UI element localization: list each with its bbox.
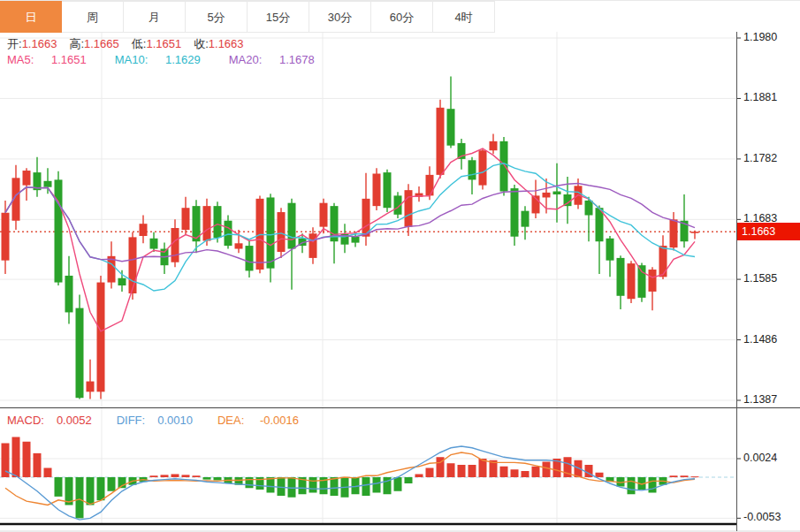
ma-legend: MA5: 1.1651MA10: 1.1629MA20: 1.1678 bbox=[7, 53, 343, 66]
tab-month[interactable]: 月 bbox=[124, 1, 186, 33]
tab-15min[interactable]: 15分 bbox=[248, 1, 309, 33]
ma10-legend: MA10: 1.1629 bbox=[115, 53, 215, 66]
high-label: 高: bbox=[69, 37, 84, 50]
open-label: 开: bbox=[7, 37, 22, 50]
tab-4hour[interactable]: 4时 bbox=[433, 1, 495, 33]
tab-day[interactable]: 日 bbox=[0, 1, 62, 33]
close-label: 收: bbox=[194, 37, 209, 50]
price-tick-4: 1.1585 bbox=[743, 272, 777, 285]
macd-value: MACD:0.0052 bbox=[7, 414, 104, 427]
macd-tick-1: -0.0053 bbox=[743, 511, 781, 523]
low-label: 低: bbox=[132, 37, 147, 50]
ohlc-legend: 开:1.1663高:1.1665低:1.1651收:1.1663 bbox=[7, 36, 256, 52]
kline-chart-app: 日 周 月 5分 15分 30分 60分 4时 开:1.1663高:1.1665… bbox=[0, 0, 800, 532]
low-value: 1.1651 bbox=[146, 37, 181, 50]
open-value: 1.1663 bbox=[22, 37, 57, 50]
diff-value: DIFF:0.0010 bbox=[117, 414, 205, 427]
tab-5min[interactable]: 5分 bbox=[186, 1, 248, 33]
close-value: 1.1663 bbox=[209, 37, 244, 50]
ma20-legend: MA20: 1.1678 bbox=[229, 53, 329, 66]
price-tick-6: 1.1387 bbox=[743, 393, 777, 406]
tab-30min[interactable]: 30分 bbox=[309, 1, 371, 33]
tab-60min[interactable]: 60分 bbox=[371, 1, 433, 33]
macd-tick-0: 0.0024 bbox=[743, 452, 777, 464]
price-tick-5: 1.1486 bbox=[743, 333, 777, 346]
high-value: 1.1665 bbox=[84, 37, 119, 50]
timeframe-tabbar: 日 周 月 5分 15分 30分 60分 4时 bbox=[0, 0, 800, 32]
macd-legend: MACD:0.0052DIFF:0.0010DEA: -0.0016 bbox=[7, 414, 324, 427]
tab-week[interactable]: 周 bbox=[62, 1, 124, 33]
price-tick-1: 1.1881 bbox=[743, 91, 777, 103]
price-tick-2: 1.1782 bbox=[743, 152, 777, 164]
candlestick-chart-canvas[interactable] bbox=[0, 0, 800, 532]
price-tick-0: 1.1980 bbox=[743, 31, 777, 43]
current-price-badge: 1.1663 bbox=[737, 223, 800, 240]
ma5-legend: MA5: 1.1651 bbox=[7, 53, 101, 66]
dea-value: DEA: -0.0016 bbox=[217, 414, 311, 427]
